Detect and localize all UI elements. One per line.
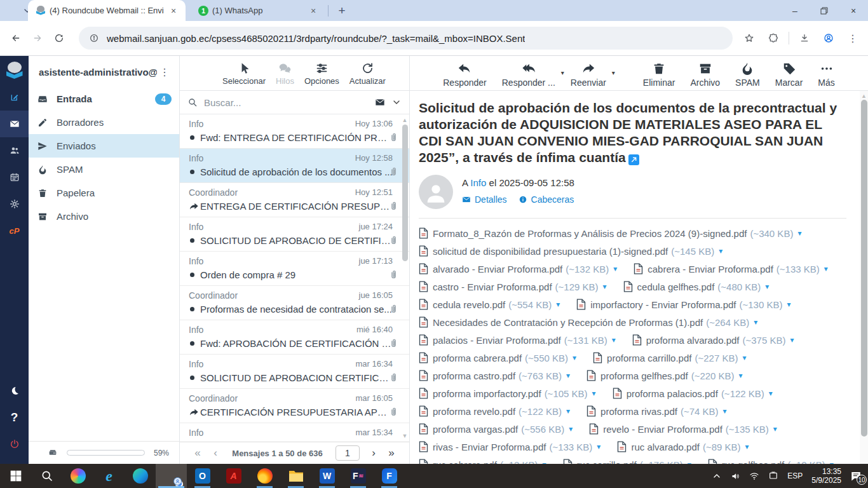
attachment-menu-caret-icon[interactable]: ▾ (566, 407, 570, 416)
attachment-item[interactable]: proforma vargas.pdf (~556 KB) ▾ (419, 420, 573, 438)
taskbar-app-ie[interactable]: e (93, 464, 125, 488)
tab-whatsapp[interactable]: 1 (1) WhatsApp × (191, 0, 325, 21)
eliminarbutton[interactable]: Eliminar (642, 60, 677, 88)
attachment-item[interactable]: proforma palacios.pdf (~122 KB) ▾ (613, 384, 773, 402)
taskbar-app-search[interactable] (31, 464, 62, 488)
taskbar-app-edge[interactable] (125, 464, 156, 488)
attachment-name[interactable]: palacios - Enviar Proforma.pdf (433, 335, 561, 346)
message-row[interactable]: Info jue 17:24 SOLICITUD DE APROBACIO DE… (180, 217, 409, 252)
message-row[interactable]: Info jue 17:13 Orden de compra # 29 (180, 252, 409, 286)
list-scrollbar[interactable]: ▲ ▼ (401, 114, 409, 442)
attachment-name[interactable]: proforma gelfhes.pdf (600, 370, 688, 381)
spambutton[interactable]: SPAM (734, 60, 761, 88)
contacts-nav-button[interactable] (0, 137, 29, 164)
logout-button[interactable] (0, 431, 29, 458)
forward-button[interactable] (27, 27, 48, 49)
attachment-name[interactable]: proforma palacios.pdf (627, 388, 718, 399)
attachment-menu-caret-icon[interactable]: ▾ (597, 442, 600, 451)
attachment-item[interactable]: cedula gelfhes.pdf (~480 KB) ▾ (623, 278, 770, 295)
taskbar-app-fs[interactable]: F≋ (342, 464, 374, 488)
taskbar-app-start[interactable] (0, 464, 31, 488)
attachment-name[interactable]: imporfactory - Enviar Proforma.pdf (590, 299, 736, 310)
open-in-new-window-icon[interactable] (628, 154, 639, 165)
browser-menu-icon[interactable]: ⋮ (843, 28, 863, 48)
attachment-menu-caret-icon[interactable]: ▾ (790, 336, 794, 344)
attachment-item[interactable]: proforma revelo.pdf (~122 KB) ▾ (419, 402, 570, 420)
attachment-item[interactable]: ruc alvarado.pdf (~89 KB) ▾ (617, 438, 749, 456)
attachment-item[interactable]: alvarado - Enviar Proforma.pdf (~132 KB)… (419, 260, 617, 278)
attachment-menu-caret-icon[interactable]: ▾ (745, 442, 749, 451)
taskbar-app-acrobat[interactable]: A (218, 464, 249, 488)
attachment-name[interactable]: rivas - Enviar Proforma.pdf (433, 442, 546, 452)
wifi-icon[interactable] (749, 471, 759, 481)
address-bar[interactable]: webmail.sanjuan.gob.ec/cpsess4685020211/… (79, 27, 733, 50)
scroll-down-icon[interactable]: ▼ (401, 433, 409, 439)
message-row[interactable]: Info mar 15:34 (180, 423, 409, 442)
attachment-name[interactable]: cedula gelfhes.pdf (637, 281, 715, 292)
message-row[interactable]: Info Hoy 13:06 Fwd: ENTREGA DE CERTIFICA… (180, 114, 409, 149)
seleccionar-button[interactable]: Seleccionar (222, 60, 266, 86)
message-row[interactable]: Info mar 16:34 SOLICITUD DE APROBACION C… (180, 355, 409, 389)
next-page-button[interactable]: › (365, 447, 383, 459)
dropdown-caret-icon[interactable]: ▾ (561, 69, 564, 76)
attachment-item[interactable]: solicitud de disponibilidad presupuestar… (419, 242, 722, 260)
taskbar-app-firefox[interactable] (249, 464, 280, 488)
marcarbutton[interactable]: Marcar (774, 60, 804, 88)
attachment-menu-caret-icon[interactable]: ▾ (566, 371, 570, 380)
attachment-menu-caret-icon[interactable]: ▾ (613, 264, 617, 273)
attachment-menu-caret-icon[interactable]: ▾ (787, 300, 790, 309)
scroll-thumb[interactable] (402, 125, 408, 261)
attachment-menu-caret-icon[interactable]: ▾ (742, 353, 746, 362)
attachment-item[interactable]: revelo - Enviar Proforma.pdf (~135 KB) ▾ (589, 420, 777, 438)
compose-button[interactable] (0, 84, 29, 111)
attachment-menu-caret-icon[interactable]: ▾ (603, 282, 607, 291)
attachment-menu-caret-icon[interactable]: ▾ (612, 336, 616, 344)
attachment-menu-caret-icon[interactable]: ▾ (573, 353, 576, 362)
attachment-item[interactable]: proforma alvarado.pdf (~375 KB) ▾ (632, 331, 794, 349)
message-row[interactable]: Coordinador jue 16:05 Proformas de neces… (180, 286, 409, 320)
attachment-name[interactable]: proforma revelo.pdf (433, 406, 515, 417)
close-button[interactable]: × (839, 0, 868, 21)
clock[interactable]: 13:35 5/9/2025 (811, 467, 841, 485)
attachment-name[interactable]: proforma imporfactory.pdf (433, 388, 541, 399)
tab-roundcube[interactable]: (4) Roundcube Webmail :: Envia × (28, 0, 186, 21)
message-row[interactable]: Coordinador mar 16:05 CERTIFICACIÓN PRES… (180, 389, 409, 423)
scroll-up-icon[interactable]: ▲ (401, 117, 409, 123)
folder-item-borradores[interactable]: Borradores (29, 111, 179, 134)
attachment-menu-caret-icon[interactable]: ▾ (830, 460, 834, 464)
search-options-chevron-icon[interactable] (391, 97, 402, 107)
taskbar-app-explorer[interactable] (280, 464, 311, 488)
notification-center-icon[interactable]: 10 (850, 470, 862, 482)
restore-button[interactable] (810, 0, 839, 21)
reading-scrollbar[interactable]: ▲ (860, 91, 868, 464)
search-input[interactable] (204, 97, 375, 108)
scroll-up-icon[interactable]: ▲ (860, 93, 868, 99)
attachment-item[interactable]: cedula revelo.pdf (~554 KB) ▾ (419, 295, 560, 313)
attachment-menu-caret-icon[interactable]: ▾ (688, 460, 691, 464)
attachment-name[interactable]: revelo - Enviar Proforma.pdf (603, 424, 722, 435)
prev-page-button[interactable]: ‹ (207, 447, 224, 459)
search-scope-icon[interactable] (375, 97, 385, 107)
extensions-icon[interactable] (763, 28, 783, 48)
attachment-menu-caret-icon[interactable]: ▾ (543, 460, 546, 464)
attachment-menu-caret-icon[interactable]: ▾ (797, 229, 801, 238)
taskbar-app-outlook[interactable]: O (187, 464, 218, 488)
actualizar-button[interactable]: Actualizar (349, 60, 386, 86)
attachment-item[interactable]: proforma carrillo.pdf (~227 KB) ▾ (593, 349, 746, 367)
tab-close-icon[interactable]: × (168, 5, 179, 17)
folder-item-papelera[interactable]: Papelera (29, 181, 179, 205)
message-row[interactable]: Coordinador Hoy 12:51 ENTREGA DE CERTIFI… (180, 183, 409, 217)
attachment-item[interactable]: cabrera - Enviar Proforma.pdf (~133 KB) … (634, 260, 828, 278)
tab-close-icon[interactable]: × (308, 5, 319, 17)
attachment-name[interactable]: ruc cabrera.pdf (433, 459, 497, 464)
first-page-button[interactable]: « (189, 447, 207, 459)
attachment-item[interactable]: proforma gelfhes.pdf (~220 KB) ▾ (587, 367, 743, 384)
reload-button[interactable] (48, 27, 70, 49)
attachment-menu-caret-icon[interactable]: ▾ (824, 264, 828, 273)
folder-item-spam[interactable]: SPAM (29, 158, 179, 181)
attachment-item[interactable]: imporfactory - Enviar Proforma.pdf (~130… (576, 295, 790, 313)
attachment-name[interactable]: alvarado - Enviar Proforma.pdf (433, 264, 562, 274)
attachment-name[interactable]: solicitud de disponibilidad presupuestar… (433, 246, 668, 257)
new-tab-button[interactable]: + (334, 3, 350, 19)
attachment-menu-caret-icon[interactable]: ▾ (739, 371, 743, 380)
